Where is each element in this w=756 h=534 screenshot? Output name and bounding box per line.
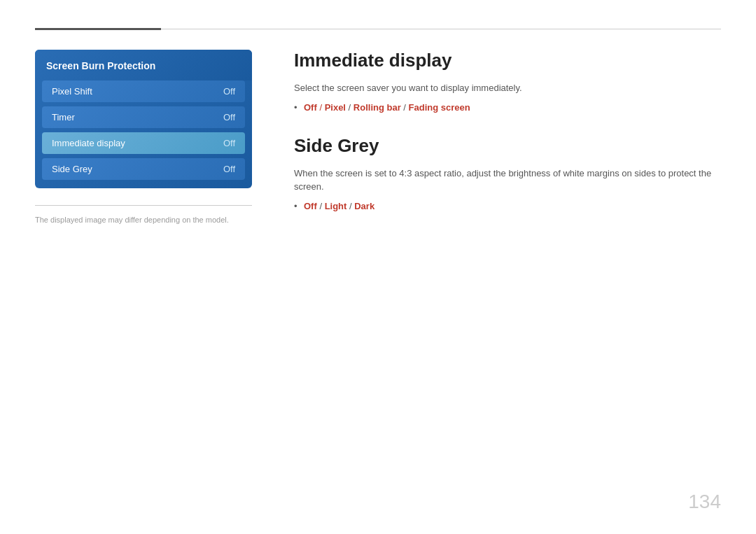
sep1: / (317, 102, 325, 113)
section-desc-immediate-display: Select the screen saver you want to disp… (294, 81, 721, 95)
option-list-side-grey: Off / Light / Dark (294, 201, 721, 211)
option-item-immediate: Off / Pixel / Rolling bar / Fading scree… (294, 102, 721, 113)
option-light: Light (325, 201, 347, 211)
menu-title: Screen Burn Protection (46, 60, 155, 71)
menu-item-value-pixel-shift: Off (223, 86, 235, 97)
menu-item-pixel-shift[interactable]: Pixel Shift Off (42, 80, 245, 102)
section-desc-side-grey: When the screen is set to 4:3 aspect rat… (294, 167, 721, 194)
menu-item-label-immediate-display: Immediate display (52, 138, 125, 148)
menu-item-value-timer: Off (223, 112, 235, 122)
option-off-immediate: Off (304, 102, 317, 113)
section-title-immediate-display: Immediate display (294, 50, 721, 71)
menu-item-label-side-grey: Side Grey (52, 164, 92, 174)
option-off-sidegrey: Off (304, 201, 317, 211)
option-item-side-grey: Off / Light / Dark (294, 201, 721, 211)
option-fading: Fading screen (409, 102, 470, 113)
section-side-grey: Side Grey When the screen is set to 4:3 … (294, 135, 721, 211)
option-pixel: Pixel (325, 102, 346, 113)
menu-header: Screen Burn Protection (35, 50, 252, 80)
menu-item-value-side-grey: Off (223, 164, 235, 174)
left-panel: Screen Burn Protection Pixel Shift Off T… (35, 50, 252, 225)
top-lines (35, 28, 721, 30)
footnote-area: The displayed image may differ depending… (35, 205, 252, 225)
menu-item-timer[interactable]: Timer Off (42, 106, 245, 128)
sep2: / (346, 102, 354, 113)
footnote-text: The displayed image may differ depending… (35, 216, 229, 224)
sep3: / (401, 102, 409, 113)
menu-item-label-pixel-shift: Pixel Shift (52, 86, 92, 97)
option-dark: Dark (354, 201, 374, 211)
right-panel: Immediate display Select the screen save… (294, 50, 721, 234)
page-number: 134 (688, 491, 721, 513)
option-rolling: Rolling bar (354, 102, 401, 113)
top-line-dark (35, 28, 161, 30)
menu-item-side-grey[interactable]: Side Grey Off (42, 158, 245, 180)
main-content: Screen Burn Protection Pixel Shift Off T… (35, 50, 721, 234)
sep4: / (317, 201, 325, 211)
page-container: Screen Burn Protection Pixel Shift Off T… (0, 0, 756, 534)
menu-items: Pixel Shift Off Timer Off Immediate disp… (35, 80, 252, 188)
sep5: / (346, 201, 354, 211)
menu-item-label-timer: Timer (52, 112, 75, 122)
section-immediate-display: Immediate display Select the screen save… (294, 50, 721, 113)
menu-item-value-immediate-display: Off (223, 138, 235, 148)
top-line-light (161, 29, 721, 29)
menu-container: Screen Burn Protection Pixel Shift Off T… (35, 50, 252, 188)
option-list-immediate-display: Off / Pixel / Rolling bar / Fading scree… (294, 102, 721, 113)
menu-item-immediate-display[interactable]: Immediate display Off (42, 132, 245, 154)
section-title-side-grey: Side Grey (294, 135, 721, 157)
